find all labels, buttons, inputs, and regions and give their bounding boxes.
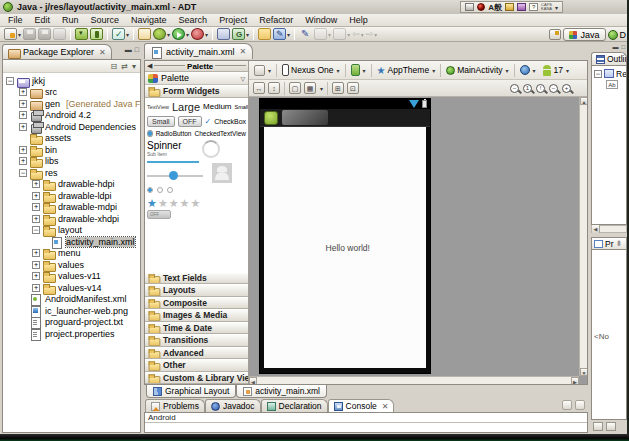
new-file-icon[interactable]: [593, 422, 603, 431]
snap-to-grid-button[interactable]: ⊞: [332, 82, 344, 94]
menu-source[interactable]: Source: [85, 15, 126, 25]
outline-item-relativelayout[interactable]: Rel: [592, 68, 626, 79]
tree-item-drawable-ldpi[interactable]: drawable-ldpi: [3, 190, 140, 202]
expander-icon[interactable]: [594, 70, 602, 78]
widget-radiobutton[interactable]: RadioButton: [156, 130, 192, 137]
collapse-all-icon[interactable]: ⊟: [111, 62, 118, 71]
palette-section-text-fields[interactable]: Text Fields: [145, 272, 248, 285]
tree-item-values-v14[interactable]: values-v14: [3, 282, 140, 294]
dropdown-arrow-icon[interactable]: ▾: [287, 31, 290, 38]
widget-ratingbar[interactable]: ★★★★★: [147, 197, 246, 210]
dropdown-arrow-icon[interactable]: ▾: [167, 31, 170, 38]
annotation-next-button[interactable]: ▾: [332, 28, 351, 41]
expander-icon[interactable]: [19, 157, 27, 165]
dropdown-arrow-icon[interactable]: ▾: [246, 31, 249, 38]
expander-icon[interactable]: [19, 88, 27, 96]
subtab-activity-main-xml[interactable]: activity_main.xml: [236, 385, 327, 398]
dropdown-arrow-icon[interactable]: ▾: [205, 31, 208, 38]
console-content[interactable]: Android: [144, 412, 588, 433]
expand-vertical-button[interactable]: ↕: [268, 82, 280, 94]
minimize-icon[interactable]: ▬: [125, 46, 132, 53]
expander-icon[interactable]: [32, 203, 40, 211]
widget-progressbar-large[interactable]: [202, 140, 220, 158]
expander-icon[interactable]: [19, 123, 27, 131]
expander-icon[interactable]: [32, 215, 40, 223]
scroll-right-icon[interactable]: ▶: [571, 377, 579, 384]
properties-header[interactable]: Pr ⇟: [591, 237, 627, 250]
maximize-icon[interactable]: □: [135, 46, 139, 53]
outline-tab[interactable]: Outline: [591, 52, 627, 65]
menu-run[interactable]: Run: [56, 15, 85, 25]
palette-section-form-widgets[interactable]: Form Widgets: [145, 85, 248, 98]
widget-checkbox[interactable]: CheckBox: [214, 118, 246, 125]
forward-button[interactable]: ⇨▾: [365, 28, 379, 41]
editor-tab-activity-main[interactable]: activity_main.xml ✕: [144, 43, 253, 59]
widget-radiogroup[interactable]: [147, 187, 246, 193]
dropdown-arrow-icon[interactable]: ▾: [432, 67, 435, 74]
palette-section-transitions[interactable]: Transitions: [145, 334, 248, 347]
print-button[interactable]: [52, 28, 67, 41]
expander-icon[interactable]: [32, 192, 40, 200]
ime-mode-label[interactable]: A般: [488, 2, 502, 13]
ime-status-icon[interactable]: [477, 3, 485, 11]
minimize-icon[interactable]: ▬: [612, 44, 618, 52]
tab-console[interactable]: Console✕: [328, 399, 395, 412]
dropdown-arrow-icon[interactable]: ▾: [18, 31, 21, 38]
profile-button[interactable]: ▾: [190, 28, 209, 41]
open-perspective-button[interactable]: [549, 29, 561, 40]
device-screen[interactable]: Hello world!: [264, 127, 426, 368]
expander-icon[interactable]: [6, 77, 14, 85]
avd-manager-button[interactable]: [89, 28, 104, 41]
tree-item-values-v11[interactable]: values-v11: [3, 271, 140, 283]
widget-medium-text[interactable]: Medium: [203, 102, 231, 111]
widget-seekbar[interactable]: [147, 175, 203, 177]
dropdown-arrow-icon[interactable]: ▾: [363, 67, 366, 74]
link-with-editor-icon[interactable]: ⇄: [121, 62, 128, 71]
outline-horizontal-scrollbar[interactable]: ◀: [591, 225, 627, 233]
device-preview[interactable]: Hello world!: [259, 98, 431, 374]
palette-section-other[interactable]: Other: [145, 359, 248, 372]
dropdown-arrow-icon[interactable]: ▾: [268, 67, 271, 74]
widget-large-text[interactable]: Large: [172, 101, 200, 113]
tree-item-manifest[interactable]: AndroidManifest.xml: [3, 294, 140, 306]
new-xml-file-button[interactable]: ▾: [111, 28, 130, 41]
scroll-left-icon[interactable]: ◀: [249, 377, 257, 384]
ime-pad-icon[interactable]: [517, 3, 526, 11]
tree-item-android-deps[interactable]: Android Dependencies: [3, 121, 140, 133]
palette-section-composite[interactable]: Composite: [145, 297, 248, 310]
palette-section-advanced[interactable]: Advanced: [145, 347, 248, 360]
ime-toolbar[interactable]: A般 ? CAPS KANA ▾: [460, 1, 563, 13]
tree-item-android-library[interactable]: Android 4.2: [3, 110, 140, 122]
tab-javadoc[interactable]: Javadoc: [205, 399, 261, 412]
scroll-down-icon[interactable]: ▼: [580, 368, 587, 376]
tree-item-menu[interactable]: menu: [3, 248, 140, 260]
perspective-ddms-button[interactable]: D: [608, 30, 627, 40]
tree-item-assets[interactable]: assets: [3, 133, 140, 145]
expander-icon[interactable]: [32, 284, 40, 292]
zoom-fit-icon[interactable]: !: [536, 84, 545, 93]
dropdown-arrow-icon[interactable]: ▾: [361, 31, 364, 38]
expander-icon[interactable]: [32, 249, 40, 257]
palette-view-header[interactable]: Palette ▽: [145, 72, 248, 85]
layout-canvas[interactable]: Hello world! ▲ ▼ ◀ ▶: [249, 97, 587, 384]
show-grid-button[interactable]: ▦: [304, 82, 316, 94]
search-button[interactable]: ▾: [272, 28, 291, 41]
zoom-out-icon[interactable]: –: [510, 84, 519, 93]
widget-small-button[interactable]: Small: [147, 116, 175, 127]
coverage-button[interactable]: ▾: [231, 28, 250, 41]
activity-selector[interactable]: MainActivity▾: [444, 65, 510, 75]
palette-section-time-date[interactable]: Time & Date: [145, 322, 248, 335]
expander-icon[interactable]: [32, 272, 40, 280]
save-button[interactable]: [22, 28, 37, 41]
dropdown-arrow-icon[interactable]: ▾: [347, 31, 350, 38]
palette-section-layouts[interactable]: Layouts: [145, 284, 248, 297]
tree-item-gen[interactable]: gen[Generated Java Files]: [3, 98, 140, 110]
package-explorer-tab[interactable]: Package Explorer ✕: [2, 44, 112, 59]
expander-icon[interactable]: [32, 261, 40, 269]
scroll-lock-icon[interactable]: [575, 400, 585, 410]
subtab-graphical-layout[interactable]: Graphical Layout: [146, 385, 236, 398]
ime-menu-arrow-icon[interactable]: ▾: [555, 4, 558, 11]
canvas-horizontal-scrollbar[interactable]: ◀ ▶: [249, 376, 579, 384]
palette-section-images-media[interactable]: Images & Media: [145, 309, 248, 322]
sdk-manager-button[interactable]: [74, 28, 89, 41]
